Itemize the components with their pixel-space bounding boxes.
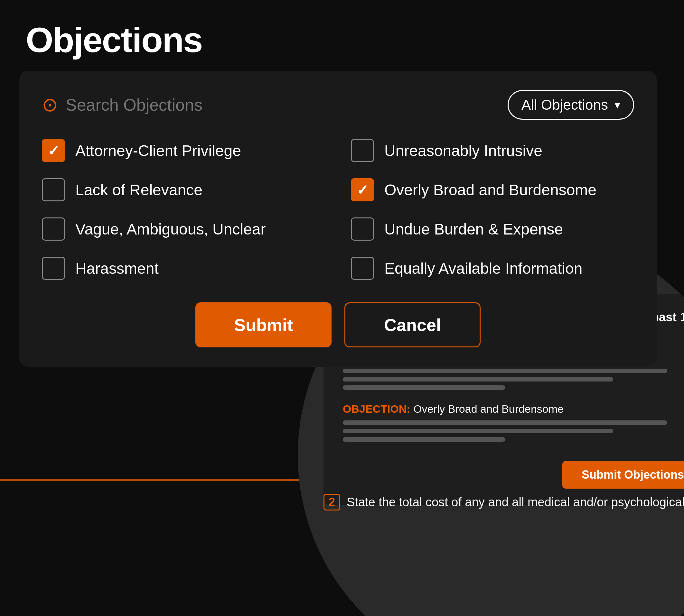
objection-label-2: OBJECTION: Overly Broad and Burdensome <box>343 403 684 415</box>
checkbox-vague[interactable]: ✓ Vague, Ambiguous, Unclear <box>42 217 325 241</box>
doc-question-text-2: State the total cost of any and all medi… <box>347 496 684 509</box>
checkbox-label-attorney: Attorney-Client Privilege <box>75 142 241 159</box>
search-row: ⊙ All Objections ▾ <box>42 90 634 120</box>
checkbox-box-intrusive[interactable]: ✓ <box>351 139 374 162</box>
checkboxes-grid: ✓ Attorney-Client Privilege ✓ Unreasonab… <box>42 139 634 280</box>
objection-title-2: Overly Broad and Burdensome <box>413 403 563 415</box>
checkbox-box-vague[interactable]: ✓ <box>42 217 65 241</box>
checkbox-box-attorney[interactable]: ✓ <box>42 139 65 162</box>
checkbox-equally[interactable]: ✓ Equally Available Information <box>351 257 634 280</box>
objection-line <box>343 437 505 442</box>
chevron-down-icon: ▾ <box>615 98 620 112</box>
objection-line <box>343 429 613 433</box>
checkbox-label-intrusive: Unreasonably Intrusive <box>384 142 542 159</box>
checkbox-undue[interactable]: ✓ Undue Burden & Expense <box>351 217 634 241</box>
objection-line <box>343 420 667 425</box>
check-icon-broad: ✓ <box>357 182 368 198</box>
objection-block-2: OBJECTION: Overly Broad and Burdensome <box>343 403 684 442</box>
checkbox-box-undue[interactable]: ✓ <box>351 217 374 241</box>
objection-line <box>343 377 613 381</box>
checkbox-label-equally: Equally Available Information <box>384 260 583 277</box>
submit-objections-button[interactable]: Submit Objections <box>562 461 684 489</box>
checkbox-harassment[interactable]: ✓ Harassment <box>42 257 325 280</box>
checkbox-label-broad: Overly Broad and Burdensome <box>384 181 596 199</box>
filter-dropdown-label: All Objections <box>521 97 608 113</box>
cancel-button[interactable]: Cancel <box>344 302 480 347</box>
checkbox-box-broad[interactable]: ✓ <box>351 178 374 201</box>
objection-lines-1 <box>343 369 684 390</box>
checkbox-box-equally[interactable]: ✓ <box>351 257 374 280</box>
search-icon: ⊙ <box>42 95 58 114</box>
doc-item-2: 2 State the total cost of any and all me… <box>323 494 684 510</box>
objection-line <box>343 369 667 373</box>
page-container: Objections ⊙ All Objections ▾ ✓ Attorney… <box>0 0 684 616</box>
doc-item-number-2: 2 <box>323 494 340 510</box>
page-title: Objections <box>26 19 658 60</box>
checkbox-broad[interactable]: ✓ Overly Broad and Burdensome <box>351 178 634 201</box>
checkbox-label-relevance: Lack of Relevance <box>75 181 202 199</box>
header: Objections <box>0 0 684 73</box>
objections-modal: ⊙ All Objections ▾ ✓ Attorney-Client Pri… <box>19 71 657 367</box>
checkbox-attorney[interactable]: ✓ Attorney-Client Privilege <box>42 139 325 162</box>
submit-button[interactable]: Submit <box>195 302 332 347</box>
checkbox-label-harassment: Harassment <box>75 260 159 277</box>
search-left: ⊙ <box>42 95 227 114</box>
objection-line <box>343 386 505 390</box>
checkbox-label-undue: Undue Burden & Expense <box>384 220 563 238</box>
checkbox-box-harassment[interactable]: ✓ <box>42 257 65 280</box>
check-icon-attorney: ✓ <box>48 142 60 159</box>
objection-lines-2 <box>343 420 684 442</box>
checkbox-label-vague: Vague, Ambiguous, Unclear <box>75 220 265 238</box>
search-input[interactable] <box>66 95 227 114</box>
checkbox-box-relevance[interactable]: ✓ <box>42 178 65 201</box>
checkbox-relevance[interactable]: ✓ Lack of Relevance <box>42 178 325 201</box>
checkbox-intrusive[interactable]: ✓ Unreasonably Intrusive <box>351 139 634 162</box>
action-buttons: Submit Cancel <box>42 302 634 347</box>
filter-dropdown[interactable]: All Objections ▾ <box>508 90 634 120</box>
